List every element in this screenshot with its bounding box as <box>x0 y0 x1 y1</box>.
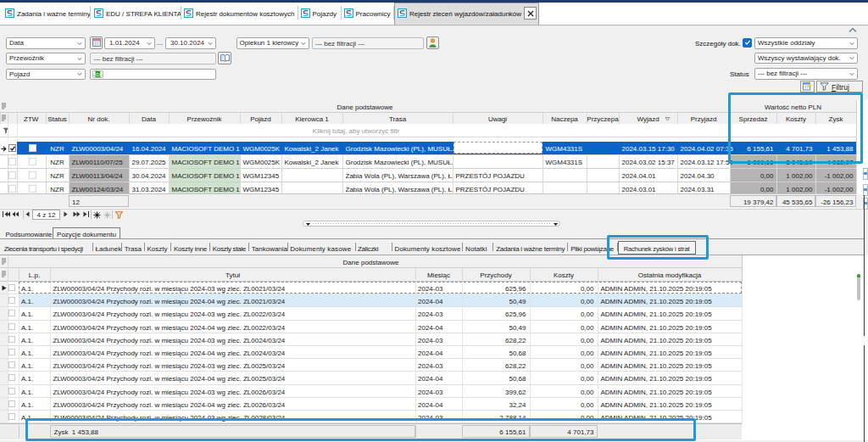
svg-text:c: c <box>101 73 103 77</box>
svg-text:D: D <box>96 72 100 77</box>
